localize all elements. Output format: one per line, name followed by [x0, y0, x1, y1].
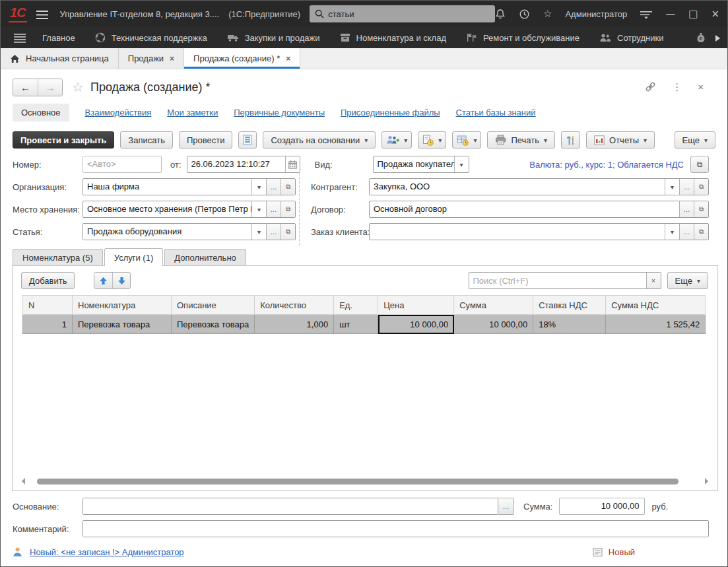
get-link-icon[interactable] [645, 81, 656, 92]
tab-sales-list[interactable]: Продажи × [119, 48, 184, 69]
open-icon[interactable]: ⧉ [281, 179, 295, 195]
table-search-input[interactable] [469, 273, 646, 288]
dropdown-caret-icon[interactable]: ▾ [251, 179, 266, 195]
open-icon[interactable]: ⧉ [694, 224, 708, 240]
choose-icon[interactable]: … [266, 224, 281, 240]
dropdown-caret-icon[interactable]: ▾ [251, 224, 266, 240]
cell-unit[interactable]: шт [334, 315, 378, 334]
date-field[interactable]: 26.06.2023 12:10:27 [187, 156, 300, 173]
post-and-close-button[interactable]: Провести и закрыть [13, 131, 114, 149]
menu-item-tech-support[interactable]: Техническая поддержка [85, 27, 217, 48]
close-form-icon[interactable]: × [698, 81, 704, 92]
cell-price-selected[interactable]: 10 000,00 [378, 315, 454, 334]
table-row[interactable]: 1 Перевозка товара Перевозка товара 1,00… [23, 315, 706, 334]
open-icon[interactable]: ⧉ [281, 201, 295, 217]
customer-order-field[interactable]: ▾ … ⧉ [369, 223, 709, 240]
form-more-button[interactable]: Еще▾ [675, 131, 715, 149]
document-journal-dropdown-button[interactable]: ▾ [418, 131, 446, 149]
menu-item-employees[interactable]: Сотрудники [589, 27, 673, 48]
col-header-unit[interactable]: Ед. [334, 296, 378, 315]
cell-description[interactable]: Перевозка товара [172, 315, 255, 334]
reports-button[interactable]: Отчеты▾ [586, 131, 655, 149]
print-button[interactable]: Печать▾ [487, 131, 555, 149]
basis-input[interactable] [83, 498, 498, 514]
open-icon[interactable]: ⧉ [694, 201, 708, 217]
cell-sum[interactable]: 10 000,00 [454, 315, 533, 334]
dropdown-caret-icon[interactable]: ▾ [251, 201, 266, 217]
dropdown-caret-icon[interactable]: ▾ [665, 179, 679, 195]
table-more-button[interactable]: Еще▾ [667, 272, 708, 289]
basis-choose-icon[interactable]: … [498, 498, 514, 515]
create-based-on-button[interactable]: Создать на основании▾ [263, 131, 376, 149]
calendar-icon[interactable] [285, 156, 300, 172]
col-header-sum[interactable]: Сумма [454, 296, 533, 315]
minimize-button[interactable]: — [665, 8, 675, 20]
navlink-main[interactable]: Основное [13, 104, 69, 121]
sections-panel-icon[interactable] [7, 32, 32, 43]
cell-nomenclature[interactable]: Перевозка товара [73, 315, 172, 334]
add-row-button[interactable]: Добавить [21, 272, 75, 289]
scroll-left-icon[interactable] [22, 478, 25, 484]
navlink-primary-docs[interactable]: Первичные документы [234, 108, 325, 117]
tab-nomenclature[interactable]: Номенклатура (5) [13, 249, 103, 266]
storage-field[interactable]: Основное место хранения (Петров Петр П ▾… [83, 201, 296, 218]
tab-home[interactable]: Начальная страница [1, 48, 119, 69]
comment-input[interactable] [83, 521, 708, 537]
table-search-field[interactable]: × [469, 272, 661, 289]
scroll-right-icon[interactable] [705, 478, 708, 484]
scrollbar-thumb[interactable] [37, 479, 678, 484]
notifications-bell-icon[interactable] [495, 9, 506, 20]
dropdown-caret-icon[interactable]: ▾ [454, 156, 469, 172]
history-icon[interactable] [519, 8, 530, 19]
navlink-attached-files[interactable]: Присоединенные файлы [341, 108, 440, 117]
contacts-dropdown-button[interactable]: ▾ [381, 131, 412, 149]
contract-field[interactable]: Основной договор … ⧉ [369, 201, 709, 218]
open-icon[interactable]: ⧉ [281, 224, 295, 240]
maximize-button[interactable]: □ [688, 8, 698, 20]
forward-button[interactable]: → [38, 79, 62, 96]
money-section-icon[interactable]: ₽ [696, 32, 706, 44]
menu-overflow-icon[interactable] [715, 33, 721, 43]
navlink-interactions[interactable]: Взаимодействия [85, 108, 152, 117]
navlink-notes[interactable]: Мои заметки [167, 108, 218, 117]
col-header-n[interactable]: N [23, 296, 73, 315]
organization-field[interactable]: Наша фирма ▾ … ⧉ [83, 178, 296, 195]
posting-results-button[interactable] [238, 131, 257, 149]
move-row-down-button[interactable] [112, 273, 130, 288]
col-header-nomenclature[interactable]: Номенклатура [73, 296, 172, 315]
tab-sale-create[interactable]: Продажа (создание) * × [184, 48, 300, 69]
cell-vat-rate[interactable]: 18% [533, 315, 606, 334]
currency-settings-link[interactable]: Валюта: руб., курс: 1; Облагается НДС [529, 160, 684, 170]
back-button[interactable]: ← [13, 79, 38, 96]
choose-icon[interactable]: … [679, 224, 694, 240]
global-search-input[interactable]: статьи [310, 5, 495, 22]
item-field[interactable]: Продажа оборудования ▾ … ⧉ [83, 223, 296, 240]
cell-vat-sum[interactable]: 1 525,42 [606, 315, 706, 334]
close-window-button[interactable]: × [711, 8, 719, 20]
menu-item-repair-service[interactable]: Ремонт и обслуживание [456, 27, 589, 48]
dropdown-caret-icon[interactable]: ▾ [665, 224, 679, 240]
document-status-link[interactable]: Новый: <не записан !> Администратор [30, 547, 184, 557]
save-button[interactable]: Записать [120, 131, 173, 149]
tab-additional[interactable]: Дополнительно [164, 249, 246, 266]
menu-item-main[interactable]: Главное [32, 27, 85, 48]
counterparty-field[interactable]: Закупка, ООО ▾ … ⧉ [369, 178, 709, 195]
tab-services[interactable]: Услуги (1) [104, 248, 163, 266]
favorites-star-icon[interactable]: ☆ [543, 8, 552, 20]
clear-search-icon[interactable]: × [646, 273, 661, 288]
navlink-kb-articles[interactable]: Статьи базы знаний [456, 108, 536, 117]
choose-icon[interactable]: … [266, 201, 281, 217]
cell-n[interactable]: 1 [23, 315, 73, 334]
choose-icon[interactable]: … [679, 201, 694, 217]
open-icon[interactable]: ⧉ [694, 179, 708, 195]
service-tools-button[interactable] [561, 131, 580, 149]
type-field[interactable]: Продажа покупател ▾ [373, 156, 469, 173]
main-menu-icon[interactable] [36, 9, 48, 18]
menu-item-purchases-sales[interactable]: Закупки и продажи [217, 27, 330, 48]
col-header-quantity[interactable]: Количество [255, 296, 334, 315]
close-icon[interactable]: × [170, 54, 174, 63]
open-currency-window-icon[interactable]: ⧉ [690, 156, 709, 173]
choose-icon[interactable]: … [679, 179, 694, 195]
move-row-up-button[interactable] [94, 273, 112, 288]
number-field[interactable]: <Авто> [83, 156, 162, 173]
